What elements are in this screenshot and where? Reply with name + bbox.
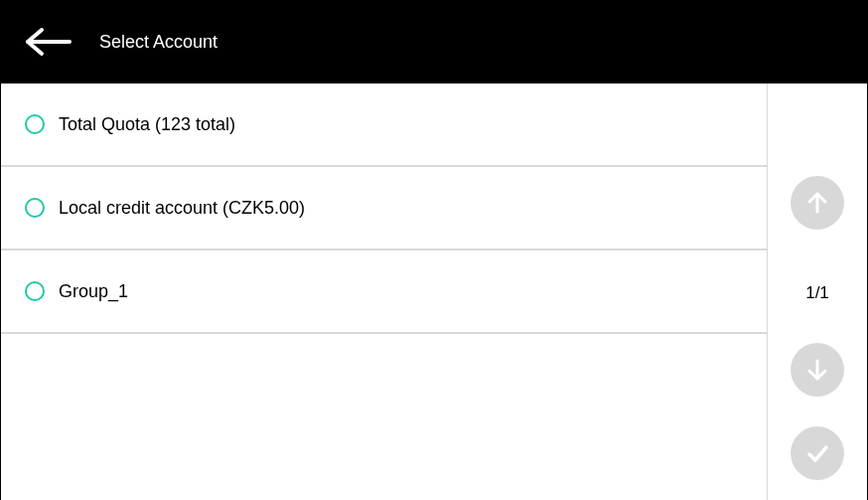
page-indicator: 1/1 <box>805 283 829 303</box>
confirm-button[interactable] <box>791 426 844 480</box>
account-label: Total Quota (123 total) <box>59 114 235 135</box>
account-label: Local credit account (CZK5.00) <box>59 198 305 219</box>
account-option-total-quota[interactable]: Total Quota (123 total) <box>1 83 767 167</box>
arrow-down-icon <box>804 357 830 383</box>
body-container: Total Quota (123 total) Local credit acc… <box>0 83 868 500</box>
page-title: Select Account <box>99 32 217 53</box>
account-label: Group_1 <box>59 281 128 302</box>
arrow-up-icon <box>804 190 830 216</box>
scroll-down-button[interactable] <box>791 343 844 397</box>
account-option-local-credit[interactable]: Local credit account (CZK5.00) <box>1 167 767 250</box>
account-option-group-1[interactable]: Group_1 <box>1 250 767 334</box>
header-bar: Select Account <box>0 0 868 83</box>
scroll-up-button[interactable] <box>791 176 844 230</box>
back-button[interactable] <box>24 18 72 66</box>
radio-icon <box>25 114 45 134</box>
radio-icon <box>25 198 45 218</box>
radio-icon <box>25 281 45 301</box>
side-controls: 1/1 <box>768 83 867 500</box>
back-arrow-icon <box>24 27 72 57</box>
account-list: Total Quota (123 total) Local credit acc… <box>1 83 768 500</box>
check-icon <box>803 439 831 467</box>
